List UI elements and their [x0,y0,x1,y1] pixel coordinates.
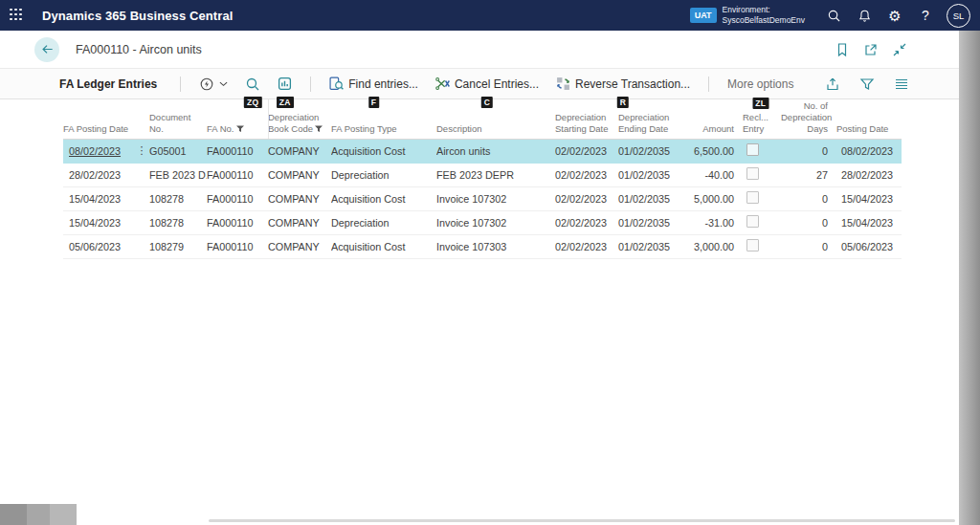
help-button[interactable]: ? [910,0,941,31]
cell-posting-date[interactable]: 05/06/2023 [836,241,902,252]
cancel-entries-button[interactable]: Cancel Entries... C [433,77,542,91]
cell-fa-posting-date[interactable]: 15/04/2023 [63,193,134,205]
table-row[interactable]: 05/06/2023 ⋮ 108279 FA000110 COMPANY Acq… [63,235,902,259]
column-header-depreciation-starting-date[interactable]: Depreciation Starting Date [555,112,618,135]
cell-description[interactable]: Invoice 107302 [436,193,555,205]
cell-no-of-depreciation-days[interactable]: 0 [781,145,836,157]
cell-depreciation-book-code[interactable]: COMPANY [268,193,331,205]
column-header-fa-posting-date[interactable]: FA Posting Date [63,123,149,135]
cell-fa-posting-type[interactable]: Acquisition Cost [331,241,436,252]
search-button[interactable] [818,0,849,31]
share-button[interactable] [825,77,840,92]
recl-entry-checkbox[interactable] [746,239,759,252]
column-header-no-of-depreciation-days[interactable]: No. of Depreciation Days [781,100,836,135]
bookmark-button[interactable] [835,42,850,57]
column-header-fa-posting-type[interactable]: FA Posting Type [331,123,436,135]
cell-depreciation-starting-date[interactable]: 02/02/2023 [555,217,618,229]
cell-fa-posting-type[interactable]: Depreciation [331,217,436,229]
cell-recl-entry[interactable] [743,167,781,182]
column-header-posting-date[interactable]: Posting Date [836,123,902,135]
cell-description[interactable]: Aircon units [436,145,555,157]
table-row[interactable]: 08/02/2023 ⋮ G05001 FA000110 COMPANY Acq… [63,140,902,164]
reverse-transaction-button[interactable]: Reverse Transaction... R [553,77,693,91]
more-options-button[interactable]: More options ZL [724,77,796,91]
notifications-button[interactable] [849,0,880,31]
cell-no-of-depreciation-days[interactable]: 0 [781,217,836,229]
cell-fa-no[interactable]: FA000110 [207,217,268,229]
column-header-amount[interactable]: Amount [691,123,743,135]
cell-fa-no[interactable]: FA000110 [207,169,268,181]
column-header-depreciation-book-code[interactable]: Depreciation Book Code [268,112,331,135]
cell-fa-no[interactable]: FA000110 [207,145,268,157]
cell-posting-date[interactable]: 15/04/2023 [836,193,902,205]
cell-fa-posting-date[interactable]: 28/02/2023 [63,169,134,181]
cell-document-no[interactable]: G05001 [149,145,207,157]
cell-fa-no[interactable]: FA000110 [207,193,268,205]
open-in-new-window-button[interactable] [863,42,879,57]
cell-posting-date[interactable]: 15/04/2023 [836,217,902,229]
column-header-description[interactable]: Description [436,123,555,135]
cell-description[interactable]: Invoice 107303 [436,241,555,252]
row-context-menu-icon[interactable]: ⋮ [134,144,149,157]
cell-depreciation-starting-date[interactable]: 02/02/2023 [555,145,618,157]
app-launcher-icon[interactable] [10,9,24,23]
cell-fa-posting-type[interactable]: Depreciation [331,169,436,181]
cell-no-of-depreciation-days[interactable]: 27 [781,169,836,181]
recl-entry-checkbox[interactable] [746,191,759,204]
column-header-fa-no[interactable]: FA No. [207,123,268,135]
analyze-button[interactable]: ZA [275,77,295,91]
cell-no-of-depreciation-days[interactable]: 0 [781,241,836,252]
cell-depreciation-book-code[interactable]: COMPANY [268,145,331,157]
horizontal-scrollbar-thumb[interactable] [209,519,955,522]
recl-entry-checkbox[interactable] [746,143,759,156]
cell-amount[interactable]: 3,000.00 [691,241,743,252]
cell-recl-entry[interactable] [743,215,781,230]
cell-depreciation-book-code[interactable]: COMPANY [268,169,331,181]
cell-description[interactable]: Invoice 107302 [436,217,555,229]
column-header-document-no[interactable]: Document No. [149,112,207,135]
cell-depreciation-starting-date[interactable]: 02/02/2023 [555,193,618,205]
cell-amount[interactable]: -40.00 [691,169,743,181]
cell-fa-posting-date[interactable]: 08/02/2023 [63,145,134,157]
cell-amount[interactable]: 6,500.00 [691,145,743,157]
cell-amount[interactable]: -31.00 [691,217,743,229]
cell-fa-posting-type[interactable]: Acquisition Cost [331,193,436,205]
back-button[interactable] [34,37,59,62]
cell-depreciation-book-code[interactable]: COMPANY [268,241,331,252]
cell-posting-date[interactable]: 28/02/2023 [836,169,902,181]
table-row[interactable]: 28/02/2023 ⋮ FEB 2023 D... FA000110 COMP… [63,164,902,187]
automate-menu-button[interactable] [196,77,231,92]
cell-recl-entry[interactable] [743,239,781,253]
cell-document-no[interactable]: 108279 [149,241,207,252]
outer-vertical-scrollbar[interactable] [959,31,980,525]
find-entries-button[interactable]: Find entries... F [326,77,421,91]
cell-posting-date[interactable]: 08/02/2023 [836,145,902,157]
avatar[interactable]: SL [947,4,970,28]
cell-recl-entry[interactable] [743,191,781,206]
cell-depreciation-book-code[interactable]: COMPANY [268,217,331,229]
cell-description[interactable]: FEB 2023 DEPR [436,169,555,181]
recl-entry-checkbox[interactable] [746,215,759,228]
settings-button[interactable]: ⚙ [880,0,910,31]
list-view-menu-button[interactable] [894,77,909,92]
list-search-button[interactable]: ZQ [242,77,263,92]
column-header-depreciation-ending-date[interactable]: Depreciation Ending Date [618,112,691,135]
table-row[interactable]: 15/04/2023 ⋮ 108278 FA000110 COMPANY Dep… [63,211,902,235]
environment-pill[interactable]: UAT Environment: SyscoBelfastDemoEnv [690,5,805,26]
cell-depreciation-ending-date[interactable]: 01/02/2035 [618,145,691,157]
cell-depreciation-ending-date[interactable]: 01/02/2035 [618,241,691,252]
collapse-button[interactable] [892,42,907,57]
cell-fa-posting-date[interactable]: 05/06/2023 [63,241,134,252]
cell-depreciation-ending-date[interactable]: 01/02/2035 [618,169,691,181]
recl-entry-checkbox[interactable] [746,167,759,180]
cell-fa-no[interactable]: FA000110 [207,241,268,252]
cell-document-no[interactable]: FEB 2023 D... [149,169,207,181]
cell-depreciation-starting-date[interactable]: 02/02/2023 [555,241,618,252]
cell-fa-posting-date[interactable]: 15/04/2023 [63,217,134,229]
cell-document-no[interactable]: 108278 [149,217,207,229]
cell-depreciation-ending-date[interactable]: 01/02/2035 [618,217,691,229]
filter-button[interactable] [859,77,875,92]
cell-amount[interactable]: 5,000.00 [691,193,743,205]
column-header-recl-entry[interactable]: Recl... Entry [743,112,781,135]
app-title[interactable]: Dynamics 365 Business Central [42,9,233,23]
